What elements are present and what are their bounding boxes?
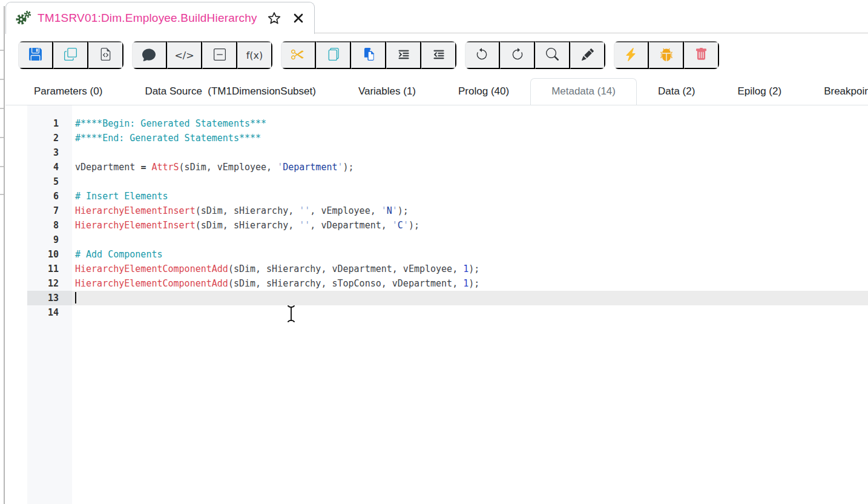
code-line[interactable]: 5 bbox=[27, 174, 868, 189]
copy-button[interactable] bbox=[53, 41, 88, 69]
tab-parameters[interactable]: Parameters (0) bbox=[13, 78, 123, 105]
save-button[interactable] bbox=[18, 41, 53, 69]
search-icon bbox=[546, 48, 559, 62]
outdent-button[interactable] bbox=[421, 41, 456, 69]
line-number: 2 bbox=[27, 131, 72, 145]
paste-button[interactable] bbox=[351, 41, 386, 69]
undo-button[interactable] bbox=[465, 41, 500, 69]
document-title: TM1SRV01:Dim.Employee.BuildHierarchy bbox=[38, 12, 257, 25]
code-text: HierarchyElementComponentAdd(sDim, sHier… bbox=[72, 276, 479, 291]
redo-button[interactable] bbox=[500, 41, 535, 69]
code-line[interactable]: 1#****Begin: Generated Statements*** bbox=[27, 116, 868, 131]
indent-icon bbox=[397, 48, 410, 63]
code-text: HierarchyElementInsert(sDim, sHierarchy,… bbox=[72, 218, 419, 233]
line-number: 5 bbox=[27, 174, 72, 189]
code-icon: </> bbox=[174, 50, 194, 61]
save-icon bbox=[29, 48, 42, 62]
code-text: # Insert Elements bbox=[72, 189, 168, 204]
comment-button[interactable] bbox=[132, 41, 167, 69]
document-tab[interactable]: TM1SRV01:Dim.Employee.BuildHierarchy bbox=[5, 2, 315, 34]
code-line[interactable]: 7HierarchyElementInsert(sDim, sHierarchy… bbox=[27, 204, 868, 218]
text-caret bbox=[75, 292, 76, 303]
code-line[interactable]: 12HierarchyElementComponentAdd(sDim, sHi… bbox=[27, 276, 868, 291]
code-editor[interactable]: 1#****Begin: Generated Statements***2#**… bbox=[5, 105, 868, 504]
tab-breakpoints[interactable]: Breakpoint bbox=[803, 78, 868, 105]
favorite-star-icon[interactable] bbox=[267, 11, 281, 25]
code-text: #****Begin: Generated Statements*** bbox=[72, 116, 266, 131]
code-line[interactable]: 9 bbox=[27, 233, 868, 247]
code-text bbox=[72, 291, 76, 305]
code-line[interactable]: 10# Add Components bbox=[27, 247, 868, 262]
code-line[interactable]: 3 bbox=[27, 145, 868, 160]
trash-icon bbox=[695, 48, 708, 62]
tab-epilog[interactable]: Epilog (2) bbox=[716, 78, 803, 105]
code-text: vDepartment = AttrS(sDim, vEmployee, 'De… bbox=[72, 160, 354, 174]
copy-icon bbox=[64, 48, 77, 62]
scissors-icon bbox=[291, 48, 304, 63]
mouse-text-cursor bbox=[286, 304, 297, 326]
bug-icon bbox=[660, 48, 673, 63]
cut-button[interactable] bbox=[281, 41, 316, 69]
collapse-section-button[interactable] bbox=[202, 41, 237, 69]
code-text bbox=[72, 233, 75, 247]
clipboard-paste-icon bbox=[362, 48, 375, 62]
redo-icon bbox=[511, 48, 524, 63]
nav-tree-mark bbox=[0, 194, 4, 195]
section-tab-bar: Parameters (0) Data Source (TM1Dimension… bbox=[5, 77, 868, 105]
delete-button[interactable] bbox=[684, 41, 719, 69]
code-line[interactable]: 13 bbox=[27, 291, 868, 305]
document-tab-bar: TM1SRV01:Dim.Employee.BuildHierarchy bbox=[5, 0, 868, 33]
nav-panel-edge bbox=[0, 6, 5, 504]
debug-button[interactable] bbox=[649, 41, 684, 69]
line-number: 9 bbox=[27, 233, 72, 247]
code-line[interactable]: 6# Insert Elements bbox=[27, 189, 868, 204]
comment-icon bbox=[142, 48, 156, 63]
toolbar-group-file bbox=[18, 41, 123, 69]
function-button[interactable]: f(x) bbox=[237, 41, 272, 69]
tab-prolog[interactable]: Prolog (40) bbox=[437, 78, 530, 105]
duplicate-button[interactable] bbox=[316, 41, 351, 69]
line-number: 13 bbox=[27, 291, 72, 305]
code-text bbox=[72, 174, 75, 189]
function-icon: f(x) bbox=[246, 50, 263, 61]
line-number: 4 bbox=[27, 160, 72, 174]
line-number: 10 bbox=[27, 247, 72, 262]
edit-button[interactable] bbox=[570, 41, 605, 69]
code-line[interactable]: 4vDepartment = AttrS(sDim, vEmployee, 'D… bbox=[27, 160, 868, 174]
line-number: 1 bbox=[27, 116, 72, 131]
toolbar-group-clipboard bbox=[281, 41, 456, 69]
code-text bbox=[72, 305, 75, 320]
code-button[interactable]: </> bbox=[167, 41, 202, 69]
tab-data-source[interactable]: Data Source (TM1DimensionSubset) bbox=[123, 78, 337, 105]
pencil-icon bbox=[582, 48, 594, 62]
source-file-icon bbox=[99, 48, 112, 62]
toolbar-group-code: </> f(x) bbox=[132, 41, 272, 69]
close-icon[interactable] bbox=[292, 12, 304, 24]
line-number: 6 bbox=[27, 189, 72, 204]
indent-button[interactable] bbox=[386, 41, 421, 69]
nav-tree-mark bbox=[0, 108, 4, 109]
run-button[interactable] bbox=[614, 41, 649, 69]
code-text: #****End: Generated Statements**** bbox=[72, 131, 261, 145]
toolbar-group-history bbox=[465, 41, 605, 69]
tab-metadata[interactable]: Metadata (14) bbox=[530, 78, 637, 105]
view-source-button[interactable] bbox=[88, 41, 123, 69]
line-number: 12 bbox=[27, 276, 72, 291]
nav-tree-mark bbox=[0, 50, 4, 51]
code-lines: 1#****Begin: Generated Statements***2#**… bbox=[27, 116, 868, 320]
line-number: 7 bbox=[27, 204, 72, 218]
code-text bbox=[72, 145, 75, 160]
line-number: 11 bbox=[27, 262, 72, 276]
tab-data[interactable]: Data (2) bbox=[637, 78, 716, 105]
code-line[interactable]: 11HierarchyElementComponentAdd(sDim, sHi… bbox=[27, 262, 868, 276]
line-number: 3 bbox=[27, 145, 72, 160]
code-line[interactable]: 2#****End: Generated Statements**** bbox=[27, 131, 868, 145]
nav-tree-mark bbox=[0, 137, 4, 138]
outdent-icon bbox=[432, 48, 446, 63]
process-gears-icon bbox=[15, 10, 31, 26]
code-line[interactable]: 14 bbox=[27, 305, 868, 320]
editor-toolbar: </> f(x) bbox=[18, 41, 719, 69]
search-button[interactable] bbox=[535, 41, 570, 69]
code-line[interactable]: 8HierarchyElementInsert(sDim, sHierarchy… bbox=[27, 218, 868, 233]
tab-variables[interactable]: Variables (1) bbox=[337, 78, 437, 105]
